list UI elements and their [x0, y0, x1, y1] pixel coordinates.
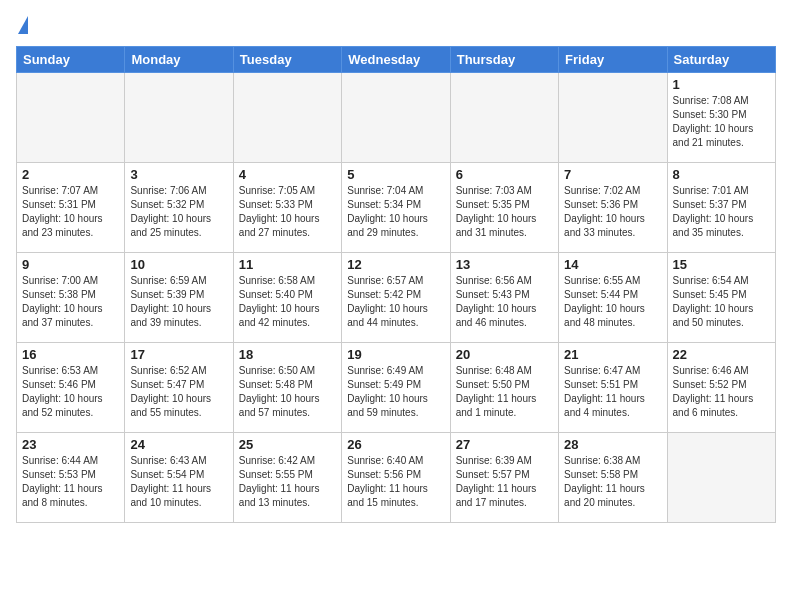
weekday-header-sunday: Sunday — [17, 47, 125, 73]
day-number: 25 — [239, 437, 336, 452]
day-number: 3 — [130, 167, 227, 182]
calendar-cell: 4Sunrise: 7:05 AM Sunset: 5:33 PM Daylig… — [233, 163, 341, 253]
weekday-header-saturday: Saturday — [667, 47, 775, 73]
day-info: Sunrise: 7:02 AM Sunset: 5:36 PM Dayligh… — [564, 184, 661, 240]
weekday-header-wednesday: Wednesday — [342, 47, 450, 73]
calendar-cell: 18Sunrise: 6:50 AM Sunset: 5:48 PM Dayli… — [233, 343, 341, 433]
day-info: Sunrise: 6:44 AM Sunset: 5:53 PM Dayligh… — [22, 454, 119, 510]
calendar-cell: 1Sunrise: 7:08 AM Sunset: 5:30 PM Daylig… — [667, 73, 775, 163]
logo-triangle-icon — [18, 16, 28, 34]
calendar-cell: 2Sunrise: 7:07 AM Sunset: 5:31 PM Daylig… — [17, 163, 125, 253]
calendar-cell: 21Sunrise: 6:47 AM Sunset: 5:51 PM Dayli… — [559, 343, 667, 433]
day-info: Sunrise: 6:39 AM Sunset: 5:57 PM Dayligh… — [456, 454, 553, 510]
day-info: Sunrise: 6:38 AM Sunset: 5:58 PM Dayligh… — [564, 454, 661, 510]
day-info: Sunrise: 7:06 AM Sunset: 5:32 PM Dayligh… — [130, 184, 227, 240]
calendar-cell: 3Sunrise: 7:06 AM Sunset: 5:32 PM Daylig… — [125, 163, 233, 253]
day-number: 28 — [564, 437, 661, 452]
day-number: 1 — [673, 77, 770, 92]
day-number: 10 — [130, 257, 227, 272]
weekday-header-monday: Monday — [125, 47, 233, 73]
calendar-cell: 7Sunrise: 7:02 AM Sunset: 5:36 PM Daylig… — [559, 163, 667, 253]
weekday-header-friday: Friday — [559, 47, 667, 73]
day-number: 21 — [564, 347, 661, 362]
day-number: 16 — [22, 347, 119, 362]
calendar-cell: 8Sunrise: 7:01 AM Sunset: 5:37 PM Daylig… — [667, 163, 775, 253]
day-number: 7 — [564, 167, 661, 182]
calendar-cell — [667, 433, 775, 523]
calendar-cell: 26Sunrise: 6:40 AM Sunset: 5:56 PM Dayli… — [342, 433, 450, 523]
week-row-4: 16Sunrise: 6:53 AM Sunset: 5:46 PM Dayli… — [17, 343, 776, 433]
day-number: 6 — [456, 167, 553, 182]
calendar-cell: 12Sunrise: 6:57 AM Sunset: 5:42 PM Dayli… — [342, 253, 450, 343]
day-number: 8 — [673, 167, 770, 182]
calendar-cell: 13Sunrise: 6:56 AM Sunset: 5:43 PM Dayli… — [450, 253, 558, 343]
calendar-cell: 19Sunrise: 6:49 AM Sunset: 5:49 PM Dayli… — [342, 343, 450, 433]
calendar-cell: 15Sunrise: 6:54 AM Sunset: 5:45 PM Dayli… — [667, 253, 775, 343]
calendar-cell — [17, 73, 125, 163]
day-number: 27 — [456, 437, 553, 452]
day-number: 18 — [239, 347, 336, 362]
week-row-2: 2Sunrise: 7:07 AM Sunset: 5:31 PM Daylig… — [17, 163, 776, 253]
day-info: Sunrise: 6:59 AM Sunset: 5:39 PM Dayligh… — [130, 274, 227, 330]
calendar-cell: 9Sunrise: 7:00 AM Sunset: 5:38 PM Daylig… — [17, 253, 125, 343]
day-number: 20 — [456, 347, 553, 362]
calendar-cell — [559, 73, 667, 163]
calendar-cell: 28Sunrise: 6:38 AM Sunset: 5:58 PM Dayli… — [559, 433, 667, 523]
day-info: Sunrise: 6:40 AM Sunset: 5:56 PM Dayligh… — [347, 454, 444, 510]
calendar-cell: 25Sunrise: 6:42 AM Sunset: 5:55 PM Dayli… — [233, 433, 341, 523]
week-row-5: 23Sunrise: 6:44 AM Sunset: 5:53 PM Dayli… — [17, 433, 776, 523]
day-number: 9 — [22, 257, 119, 272]
day-info: Sunrise: 6:52 AM Sunset: 5:47 PM Dayligh… — [130, 364, 227, 420]
calendar-cell — [450, 73, 558, 163]
day-number: 22 — [673, 347, 770, 362]
day-info: Sunrise: 6:43 AM Sunset: 5:54 PM Dayligh… — [130, 454, 227, 510]
day-number: 24 — [130, 437, 227, 452]
day-number: 26 — [347, 437, 444, 452]
calendar-cell — [342, 73, 450, 163]
day-number: 11 — [239, 257, 336, 272]
weekday-header-thursday: Thursday — [450, 47, 558, 73]
week-row-3: 9Sunrise: 7:00 AM Sunset: 5:38 PM Daylig… — [17, 253, 776, 343]
day-info: Sunrise: 6:42 AM Sunset: 5:55 PM Dayligh… — [239, 454, 336, 510]
calendar-cell: 10Sunrise: 6:59 AM Sunset: 5:39 PM Dayli… — [125, 253, 233, 343]
logo — [16, 16, 28, 36]
day-number: 2 — [22, 167, 119, 182]
page: SundayMondayTuesdayWednesdayThursdayFrid… — [0, 0, 792, 533]
day-info: Sunrise: 7:07 AM Sunset: 5:31 PM Dayligh… — [22, 184, 119, 240]
calendar-cell — [233, 73, 341, 163]
calendar-cell: 22Sunrise: 6:46 AM Sunset: 5:52 PM Dayli… — [667, 343, 775, 433]
day-info: Sunrise: 6:48 AM Sunset: 5:50 PM Dayligh… — [456, 364, 553, 420]
day-info: Sunrise: 6:50 AM Sunset: 5:48 PM Dayligh… — [239, 364, 336, 420]
calendar-cell: 5Sunrise: 7:04 AM Sunset: 5:34 PM Daylig… — [342, 163, 450, 253]
calendar-cell: 14Sunrise: 6:55 AM Sunset: 5:44 PM Dayli… — [559, 253, 667, 343]
day-info: Sunrise: 6:55 AM Sunset: 5:44 PM Dayligh… — [564, 274, 661, 330]
week-row-1: 1Sunrise: 7:08 AM Sunset: 5:30 PM Daylig… — [17, 73, 776, 163]
day-number: 13 — [456, 257, 553, 272]
day-info: Sunrise: 6:56 AM Sunset: 5:43 PM Dayligh… — [456, 274, 553, 330]
day-info: Sunrise: 7:04 AM Sunset: 5:34 PM Dayligh… — [347, 184, 444, 240]
calendar-cell: 27Sunrise: 6:39 AM Sunset: 5:57 PM Dayli… — [450, 433, 558, 523]
day-info: Sunrise: 6:46 AM Sunset: 5:52 PM Dayligh… — [673, 364, 770, 420]
day-info: Sunrise: 7:03 AM Sunset: 5:35 PM Dayligh… — [456, 184, 553, 240]
day-number: 14 — [564, 257, 661, 272]
day-info: Sunrise: 6:49 AM Sunset: 5:49 PM Dayligh… — [347, 364, 444, 420]
day-info: Sunrise: 6:57 AM Sunset: 5:42 PM Dayligh… — [347, 274, 444, 330]
day-info: Sunrise: 7:00 AM Sunset: 5:38 PM Dayligh… — [22, 274, 119, 330]
day-info: Sunrise: 7:01 AM Sunset: 5:37 PM Dayligh… — [673, 184, 770, 240]
day-number: 19 — [347, 347, 444, 362]
day-info: Sunrise: 7:05 AM Sunset: 5:33 PM Dayligh… — [239, 184, 336, 240]
calendar-cell: 23Sunrise: 6:44 AM Sunset: 5:53 PM Dayli… — [17, 433, 125, 523]
day-number: 15 — [673, 257, 770, 272]
calendar-cell: 6Sunrise: 7:03 AM Sunset: 5:35 PM Daylig… — [450, 163, 558, 253]
calendar: SundayMondayTuesdayWednesdayThursdayFrid… — [16, 46, 776, 523]
weekday-header-row: SundayMondayTuesdayWednesdayThursdayFrid… — [17, 47, 776, 73]
day-number: 4 — [239, 167, 336, 182]
day-number: 12 — [347, 257, 444, 272]
calendar-cell: 16Sunrise: 6:53 AM Sunset: 5:46 PM Dayli… — [17, 343, 125, 433]
day-number: 17 — [130, 347, 227, 362]
calendar-cell: 24Sunrise: 6:43 AM Sunset: 5:54 PM Dayli… — [125, 433, 233, 523]
day-info: Sunrise: 6:53 AM Sunset: 5:46 PM Dayligh… — [22, 364, 119, 420]
day-info: Sunrise: 7:08 AM Sunset: 5:30 PM Dayligh… — [673, 94, 770, 150]
day-info: Sunrise: 6:54 AM Sunset: 5:45 PM Dayligh… — [673, 274, 770, 330]
calendar-cell: 11Sunrise: 6:58 AM Sunset: 5:40 PM Dayli… — [233, 253, 341, 343]
